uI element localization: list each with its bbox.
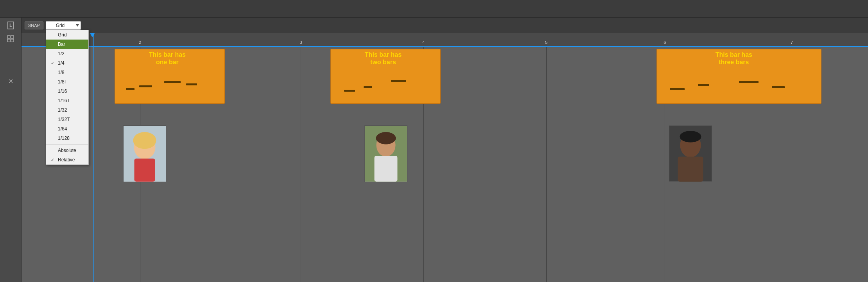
dropdown-item-quarter[interactable]: 1/4 [46,58,88,68]
grid-line [546,47,547,282]
midi-note [344,90,355,92]
snap-value: Grid [56,23,65,28]
dropdown-item-sixteenth[interactable]: 1/16 [46,87,88,96]
dropdown-item-relative[interactable]: Relative [46,155,88,164]
midi-note [739,81,759,83]
svg-rect-1 [11,36,14,38]
top-bar [0,0,868,18]
ruler: 234567 [22,33,868,47]
ruler-marker-3: 3 [299,40,302,45]
svg-rect-15 [678,157,703,182]
dropdown-item-onetwentyeighth[interactable]: 1/128 [46,134,88,143]
dropdown-item-bar[interactable]: Bar [46,40,88,49]
dropdown-arrow-icon [76,24,79,27]
svg-rect-11 [374,156,397,182]
dropdown-item-absolute[interactable]: Absolute [46,146,88,155]
track-label: ✕ [8,78,13,93]
midi-note [139,85,152,87]
svg-point-10 [376,132,396,144]
midi-clip-clip1[interactable]: This bar hasone bar [115,49,224,104]
playhead [93,33,94,282]
svg-rect-3 [11,39,14,42]
main-area: L ✕ SNAP Grid Grid [0,18,868,282]
dropdown-item-eighth[interactable]: 1/8 [46,68,88,77]
snap-dropdown: Grid GridBar1/21/41/81/8T1/161/16T1/321/… [46,21,81,30]
midi-note [186,83,197,85]
ruler-marker-6: 6 [664,40,666,45]
midi-note [364,86,372,88]
snap-bar: SNAP Grid GridBar1/21/41/81/8T1/161/16T1… [22,18,868,33]
playhead-triangle [90,33,95,37]
grid-icon[interactable] [5,33,16,45]
midi-clip-clip2[interactable]: This bar hastwo bars [330,49,440,104]
snap-dropdown-button[interactable]: Grid [46,21,81,30]
svg-point-6 [133,132,156,149]
photo-photo3 [669,125,712,182]
dropdown-item-sixteenth_t[interactable]: 1/16T [46,96,88,105]
dropdown-item-half[interactable]: 1/2 [46,49,88,58]
dropdown-divider [46,144,88,145]
svg-rect-7 [134,159,155,182]
track-content: This bar hasone barThis bar hastwo barsT… [22,47,868,282]
snap-button[interactable]: SNAP [25,22,43,29]
dropdown-item-thirtysecond_t[interactable]: 1/32T [46,115,88,124]
dropdown-item-grid[interactable]: Grid [46,30,88,40]
loop-icon[interactable]: L [5,20,16,31]
snap-dropdown-menu: GridBar1/21/41/81/8T1/161/16T1/321/32T1/… [46,30,89,165]
ruler-marker-7: 7 [791,40,793,45]
timeline-area: SNAP Grid GridBar1/21/41/81/8T1/161/16T1… [22,18,868,282]
svg-rect-0 [7,36,10,38]
midi-note [772,86,785,88]
photo-photo2 [364,125,407,182]
clip-label-clip2: This bar hastwo bars [334,51,432,66]
midi-note [164,81,181,83]
grid-line [301,47,301,282]
dropdown-item-sixtyfourth[interactable]: 1/64 [46,124,88,134]
ruler-marker-2: 2 [139,40,141,45]
x-button[interactable]: ✕ [8,78,13,85]
left-panel: L ✕ [0,18,22,282]
clip-label-clip3: This bar hasthree bars [660,51,808,66]
midi-clip-clip3[interactable]: This bar hasthree bars [656,49,821,104]
midi-note [126,88,135,90]
svg-point-14 [680,131,701,142]
midi-note [670,88,685,90]
photo-photo1 [123,125,166,182]
midi-note [391,80,406,82]
clip-label-clip1: This bar hasone bar [118,51,216,66]
ruler-marker-4: 4 [422,40,425,45]
dropdown-item-thirtysecond[interactable]: 1/32 [46,105,88,115]
dropdown-item-eighth_t[interactable]: 1/8T [46,77,88,87]
ruler-marker-5: 5 [545,40,547,45]
midi-note [698,84,709,86]
svg-rect-2 [7,39,10,42]
